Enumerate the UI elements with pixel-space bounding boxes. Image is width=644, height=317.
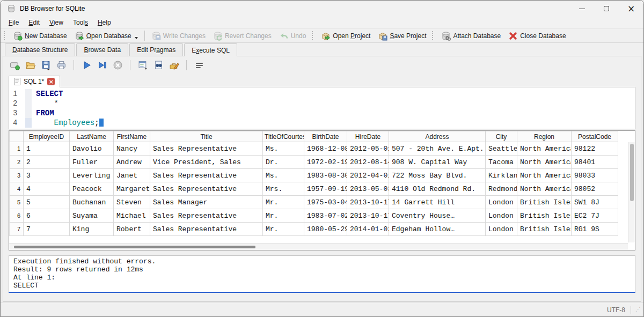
table-cell[interactable]: London bbox=[486, 223, 517, 236]
table-cell[interactable]: North America bbox=[517, 156, 572, 169]
word-wrap-button[interactable] bbox=[193, 59, 205, 71]
table-cell[interactable]: 98033 bbox=[572, 169, 618, 182]
table-cell[interactable]: Leverling bbox=[70, 169, 114, 182]
table-cell[interactable]: Buchanan bbox=[70, 196, 114, 209]
editor-line[interactable]: 3FROM bbox=[9, 108, 635, 118]
toolbar-drag-handle[interactable] bbox=[312, 31, 314, 40]
menu-tools[interactable]: Tools bbox=[68, 17, 93, 28]
print-button[interactable] bbox=[55, 59, 67, 71]
table-cell[interactable]: EC2 7J bbox=[572, 209, 618, 223]
table-cell[interactable]: North America bbox=[517, 169, 572, 182]
column-header[interactable]: TitleOfCourtesy bbox=[263, 131, 304, 142]
column-header[interactable]: Region bbox=[517, 131, 572, 142]
row-number[interactable]: 7 bbox=[10, 223, 24, 236]
sql-file-tab[interactable]: SQL 1* × bbox=[9, 76, 60, 87]
horizontal-scrollbar-thumb[interactable] bbox=[14, 246, 255, 248]
menu-view[interactable]: View bbox=[45, 17, 68, 28]
table-cell[interactable]: 98052 bbox=[572, 182, 618, 196]
table-cell[interactable]: 2013-10-17 bbox=[347, 196, 389, 209]
column-header[interactable]: FirstName bbox=[114, 131, 150, 142]
table-cell[interactable]: SW1 8J bbox=[572, 196, 618, 209]
table-cell[interactable]: Edgeham Hollow… bbox=[389, 223, 486, 236]
table-cell[interactable]: Dr. bbox=[263, 156, 304, 169]
table-cell[interactable]: British Isles bbox=[517, 196, 572, 209]
vertical-scrollbar-thumb[interactable] bbox=[630, 144, 634, 201]
table-cell[interactable]: Tacoma bbox=[486, 156, 517, 169]
sql-tab-close-button[interactable]: × bbox=[47, 78, 55, 85]
editor-line[interactable]: 2 * bbox=[9, 99, 635, 108]
row-number[interactable]: 3 bbox=[10, 169, 24, 182]
table-cell[interactable]: 1968-12-08 bbox=[304, 142, 347, 156]
edit-sql-button[interactable] bbox=[168, 59, 180, 71]
tab-database-structure[interactable]: Database Structure bbox=[5, 43, 75, 56]
execute-all-button[interactable] bbox=[80, 59, 92, 71]
column-header[interactable]: BirthDate bbox=[304, 131, 347, 142]
table-cell[interactable]: 2012-08-14 bbox=[347, 156, 389, 169]
vertical-scrollbar[interactable] bbox=[628, 142, 635, 242]
editor-line[interactable]: 1SELECT bbox=[9, 89, 635, 99]
table-cell[interactable]: 98122 bbox=[572, 142, 618, 156]
maximize-button[interactable] bbox=[594, 1, 619, 17]
table-cell[interactable]: Mr. bbox=[263, 196, 304, 209]
table-cell[interactable]: 2013-05-03 bbox=[347, 182, 389, 196]
table-cell[interactable]: 1975-03-04 bbox=[304, 196, 347, 209]
table-cell[interactable]: Suyama bbox=[70, 209, 114, 223]
table-cell[interactable]: 2 bbox=[24, 156, 70, 169]
table-cell[interactable]: 1980-05-29 bbox=[304, 223, 347, 236]
save-sql-file-button[interactable] bbox=[40, 59, 52, 71]
menu-help[interactable]: Help bbox=[93, 17, 116, 28]
tab-edit-pragmas[interactable]: Edit Pragmas bbox=[129, 43, 183, 56]
new-database-button[interactable]: New Database bbox=[9, 30, 71, 42]
table-cell[interactable]: Kirkland bbox=[486, 169, 517, 182]
table-cell[interactable]: 2014-01-02 bbox=[347, 223, 389, 236]
table-cell[interactable]: 1957-09-19 bbox=[304, 182, 347, 196]
row-number[interactable]: 5 bbox=[10, 196, 24, 209]
column-header[interactable]: Address bbox=[389, 131, 486, 142]
table-cell[interactable]: Sales Manager bbox=[150, 196, 263, 209]
table-cell[interactable]: Ms. bbox=[263, 169, 304, 182]
row-number[interactable]: 1 bbox=[10, 142, 24, 156]
table-cell[interactable]: 2012-04-01 bbox=[347, 169, 389, 182]
table-cell[interactable]: North America bbox=[517, 142, 572, 156]
table-cell[interactable]: Sales Representative bbox=[150, 142, 263, 156]
table-cell[interactable]: London bbox=[486, 196, 517, 209]
column-header[interactable]: PostalCode bbox=[572, 131, 618, 142]
table-cell[interactable]: Sales Representative bbox=[150, 182, 263, 196]
table-cell[interactable]: 5 bbox=[24, 196, 70, 209]
table-cell[interactable]: RG1 9S bbox=[572, 223, 618, 236]
table-cell[interactable]: Sales Representative bbox=[150, 223, 263, 236]
table-cell[interactable]: 908 W. Capital Way bbox=[389, 156, 486, 169]
table-cell[interactable]: Andrew bbox=[114, 156, 150, 169]
open-database-dropdown-icon[interactable] bbox=[135, 37, 138, 39]
row-number[interactable]: 4 bbox=[10, 182, 24, 196]
table-cell[interactable]: Sales Representative bbox=[150, 169, 263, 182]
table-cell[interactable]: 6 bbox=[24, 209, 70, 223]
find-button[interactable] bbox=[152, 59, 164, 71]
column-header[interactable]: HireDate bbox=[347, 131, 389, 142]
horizontal-scrollbar[interactable] bbox=[9, 243, 628, 250]
table-cell[interactable]: British Isles bbox=[517, 223, 572, 236]
resize-grip-icon[interactable]: ⋰ bbox=[635, 307, 642, 313]
table-cell[interactable]: 2013-10-17 bbox=[347, 209, 389, 223]
table-cell[interactable]: Sales Representative bbox=[150, 209, 263, 223]
table-cell[interactable]: Mr. bbox=[263, 209, 304, 223]
table-cell[interactable]: 507 - 20th Ave. E.Apt. 2A bbox=[389, 142, 486, 156]
sql-editor[interactable]: 1SELECT2 *3FROM4 Employees; bbox=[9, 87, 635, 129]
table-cell[interactable]: Robert bbox=[114, 223, 150, 236]
table-cell[interactable]: 1983-07-02 bbox=[304, 209, 347, 223]
execute-current-line-button[interactable] bbox=[96, 59, 108, 71]
table-cell[interactable]: Nancy bbox=[114, 142, 150, 156]
table-cell[interactable]: Redmond bbox=[486, 182, 517, 196]
row-number[interactable]: 6 bbox=[10, 209, 24, 223]
row-number[interactable]: 2 bbox=[10, 156, 24, 169]
column-header[interactable]: EmployeeID bbox=[24, 131, 70, 142]
table-cell[interactable]: 722 Moss Bay Blvd. bbox=[389, 169, 486, 182]
table-cell[interactable]: Davolio bbox=[70, 142, 114, 156]
table-cell[interactable]: 2012-05-01 bbox=[347, 142, 389, 156]
table-cell[interactable]: Peacock bbox=[70, 182, 114, 196]
table-cell[interactable]: North America bbox=[517, 182, 572, 196]
new-sql-tab-button[interactable] bbox=[9, 59, 20, 71]
open-project-button[interactable]: Open Project bbox=[317, 30, 374, 42]
open-database-button[interactable]: Open Database bbox=[71, 30, 142, 42]
table-cell[interactable]: Janet bbox=[114, 169, 150, 182]
